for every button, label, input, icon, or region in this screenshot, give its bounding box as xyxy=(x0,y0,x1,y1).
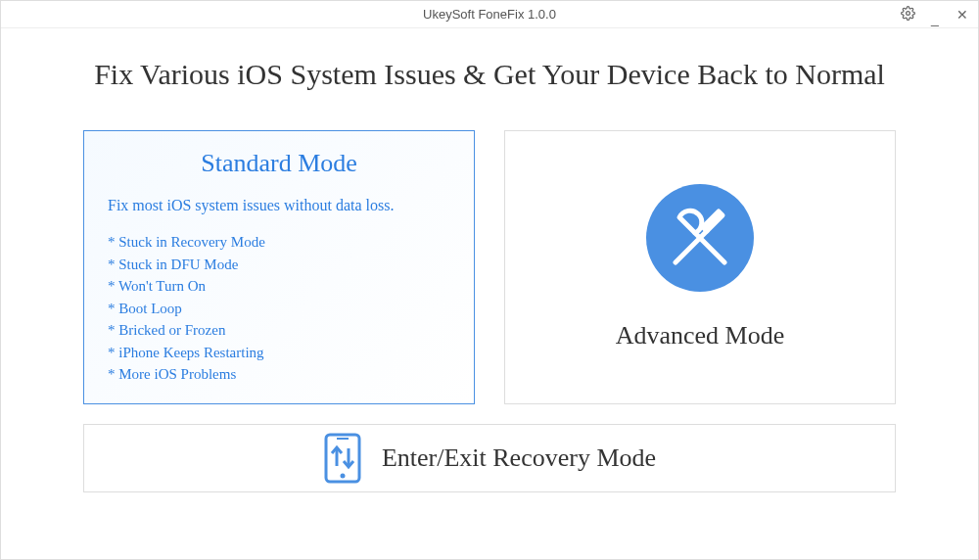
page-heading: Fix Various iOS System Issues & Get Your… xyxy=(70,58,909,91)
list-item: * More iOS Problems xyxy=(108,363,450,386)
close-icon: ✕ xyxy=(956,7,968,23)
mode-cards-row: Standard Mode Fix most iOS system issues… xyxy=(70,130,909,404)
list-item: * Won't Turn On xyxy=(108,275,450,298)
tools-icon xyxy=(646,184,754,292)
list-item: * Bricked or Frozen xyxy=(108,319,450,342)
window-controls: _ ✕ xyxy=(900,1,970,27)
list-item: * iPhone Keeps Restarting xyxy=(108,342,450,364)
main-content: Fix Various iOS System Issues & Get Your… xyxy=(1,28,978,512)
standard-mode-card[interactable]: Standard Mode Fix most iOS system issues… xyxy=(83,130,475,404)
settings-button[interactable] xyxy=(900,7,915,23)
svg-point-0 xyxy=(906,11,909,15)
advanced-mode-card[interactable]: Advanced Mode xyxy=(504,130,896,404)
list-item: * Stuck in DFU Mode xyxy=(108,254,450,276)
titlebar: UkeySoft FoneFix 1.0.0 _ ✕ xyxy=(1,1,978,28)
advanced-mode-title: Advanced Mode xyxy=(616,321,785,350)
gear-icon xyxy=(901,6,915,23)
window-title: UkeySoft FoneFix 1.0.0 xyxy=(423,7,556,22)
close-button[interactable]: ✕ xyxy=(955,7,970,23)
standard-mode-list: * Stuck in Recovery Mode * Stuck in DFU … xyxy=(108,231,450,386)
phone-arrows-icon xyxy=(323,433,362,484)
svg-point-5 xyxy=(340,474,345,479)
list-item: * Stuck in Recovery Mode xyxy=(108,231,450,254)
standard-mode-title: Standard Mode xyxy=(108,149,450,178)
recovery-mode-title: Enter/Exit Recovery Mode xyxy=(382,443,656,473)
minimize-button[interactable]: _ xyxy=(927,7,943,23)
list-item: * Boot Loop xyxy=(108,298,450,320)
standard-mode-description: Fix most iOS system issues without data … xyxy=(108,194,450,217)
minimize-icon: _ xyxy=(931,11,939,26)
recovery-mode-card[interactable]: Enter/Exit Recovery Mode xyxy=(83,424,896,492)
